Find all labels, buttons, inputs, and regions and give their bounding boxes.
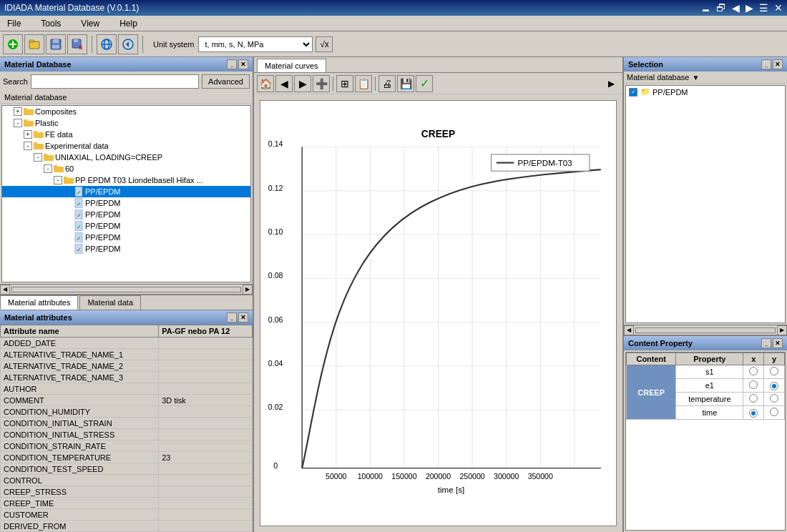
curves-expand-btn[interactable]: ▶: [602, 75, 620, 92]
new-button[interactable]: [3, 34, 23, 54]
radio-x-btn[interactable]: [749, 367, 758, 375]
sel-hscroll[interactable]: ◀ ▶: [624, 325, 787, 335]
matdb-close-btn[interactable]: ✕: [238, 59, 248, 69]
tree-row[interactable]: -PP EPDM T03 Liondelbasell Hifax ...: [2, 174, 250, 186]
attr-table-row[interactable]: CONDITION_STRAIN_RATE: [1, 440, 253, 452]
web-button[interactable]: [97, 34, 117, 54]
tree-row[interactable]: ✓PP/EPDM: [2, 186, 250, 197]
radio-y-btn[interactable]: [770, 394, 778, 403]
radio-y-btn[interactable]: [770, 408, 778, 416]
attr-table-row[interactable]: CREEP_TIME: [1, 498, 253, 509]
tree-row[interactable]: -UNIAXIAL, LOADING=CREEP: [2, 152, 250, 163]
content-close-btn[interactable]: ✕: [773, 338, 783, 348]
copy-btn[interactable]: 📋: [355, 75, 372, 92]
tree-expand-btn[interactable]: -: [34, 153, 42, 162]
radio-x-btn[interactable]: [749, 394, 758, 403]
attr-table-row[interactable]: COMMENT3D tisk: [1, 395, 253, 406]
selection-close-btn[interactable]: ✕: [773, 59, 783, 69]
content-minimize-btn[interactable]: _: [761, 338, 771, 348]
attr-table-row[interactable]: CONDITION_INITIAL_STRESS: [1, 429, 253, 440]
scroll-left-btn[interactable]: ◀: [0, 285, 10, 295]
tree-expand-btn[interactable]: +: [24, 130, 32, 139]
selection-tree[interactable]: ✓ 📁 PP/EPDM: [625, 85, 786, 323]
tab-material-data[interactable]: Material data: [79, 295, 141, 310]
attr-table-row[interactable]: CONDITION_HUMIDITY: [1, 406, 253, 418]
hscroll[interactable]: ◀ ▶: [0, 284, 253, 294]
tree-expand-btn[interactable]: -: [14, 119, 22, 127]
dropdown-arrow-icon[interactable]: ▼: [692, 74, 699, 82]
save-button[interactable]: [46, 34, 66, 54]
tab-material-attributes[interactable]: Material attributes: [0, 295, 78, 310]
attr-table-row[interactable]: ADDED_DATE: [1, 338, 253, 349]
content-table-wrapper[interactable]: Content Property x y CREEPs1e1temperatur…: [625, 352, 786, 531]
tree-row[interactable]: ✓PP/EPDM: [2, 232, 250, 243]
curves-tab-material-curves[interactable]: Material curves: [257, 59, 326, 72]
sel-scroll-track[interactable]: [635, 327, 776, 333]
menu-tools[interactable]: Tools: [36, 17, 65, 30]
content-y-cell[interactable]: [764, 379, 785, 393]
content-x-cell[interactable]: [743, 406, 764, 420]
menu-help[interactable]: Help: [115, 17, 142, 30]
attr-table-row[interactable]: ALTERNATIVE_TRADE_NAME_1: [1, 349, 253, 360]
tree-row[interactable]: -60: [2, 163, 250, 174]
menu-view[interactable]: View: [77, 17, 104, 30]
content-x-cell[interactable]: [743, 379, 764, 393]
attr-table-row[interactable]: ALTERNATIVE_TRADE_NAME_3: [1, 372, 253, 383]
sel-scroll-right[interactable]: ▶: [777, 325, 787, 335]
radio-y-btn[interactable]: [770, 367, 778, 375]
tree-expand-btn[interactable]: -: [44, 164, 52, 173]
tree-row[interactable]: ✓PP/EPDM: [2, 209, 250, 220]
scroll-track[interactable]: [11, 287, 241, 292]
check-btn[interactable]: ✓: [416, 75, 433, 92]
radio-y-btn[interactable]: [770, 382, 778, 390]
content-x-cell[interactable]: [743, 393, 764, 406]
tree-expand-btn[interactable]: +: [14, 107, 22, 116]
back-btn[interactable]: ◀: [275, 75, 293, 92]
back-button[interactable]: [118, 34, 138, 54]
print-btn[interactable]: 🖨: [378, 75, 396, 92]
scroll-right-btn[interactable]: ▶: [243, 285, 253, 295]
tree-expand-btn[interactable]: -: [54, 176, 62, 184]
sel-scroll-left[interactable]: ◀: [624, 325, 634, 335]
content-x-cell[interactable]: [743, 365, 764, 379]
content-y-cell[interactable]: [764, 393, 785, 406]
radio-x-btn[interactable]: [749, 409, 758, 418]
matattr-close-btn[interactable]: ✕: [238, 312, 248, 322]
grid-btn[interactable]: ⊞: [336, 75, 353, 92]
tree-container[interactable]: +Composites-Plastic+FE data-Experimental…: [1, 105, 251, 282]
attr-table-row[interactable]: CONDITION_TEST_SPEED: [1, 463, 253, 475]
attr-table-wrapper[interactable]: Attribute name PA-GF nebo PA 12 ADDED_DA…: [0, 325, 253, 532]
attr-table-row[interactable]: CUSTOMER: [1, 509, 253, 521]
open-button[interactable]: [24, 34, 44, 54]
matattr-minimize-btn[interactable]: _: [227, 312, 237, 322]
tree-row[interactable]: +FE data: [2, 129, 250, 140]
tree-row[interactable]: +Composites: [2, 106, 250, 117]
search-input[interactable]: [31, 74, 199, 89]
radio-x-btn[interactable]: [749, 380, 758, 389]
tree-expand-btn[interactable]: -: [24, 142, 32, 150]
unit-system-combo[interactable]: t, mm, s, N, MPa: [198, 36, 313, 52]
tree-row[interactable]: ✓PP/EPDM: [2, 197, 250, 209]
sel-row-ppepdm[interactable]: ✓ 📁 PP/EPDM: [626, 86, 785, 98]
attr-table-row[interactable]: AUTHOR: [1, 383, 253, 395]
menu-file[interactable]: File: [3, 17, 25, 30]
content-y-cell[interactable]: [764, 406, 785, 420]
save-chart-btn[interactable]: 💾: [397, 75, 414, 92]
tree-row[interactable]: ✓PP/EPDM: [2, 243, 250, 255]
home-btn[interactable]: 🏠: [257, 75, 274, 92]
attr-table-row[interactable]: CREEP_STRESS: [1, 486, 253, 498]
advanced-button[interactable]: Advanced: [202, 74, 250, 89]
sel-checkbox-ppepdm[interactable]: ✓: [629, 88, 637, 97]
titlebar-close-icon[interactable]: ✕: [774, 2, 783, 14]
tree-row[interactable]: -Plastic: [2, 117, 250, 129]
attr-table-row[interactable]: DERIVED_FROM: [1, 521, 253, 532]
save-as-button[interactable]: S: [67, 34, 87, 54]
forward-btn[interactable]: ▶: [294, 75, 311, 92]
matdb-minimize-btn[interactable]: _: [227, 59, 237, 69]
sqrt-button[interactable]: √x: [316, 36, 333, 52]
content-y-cell[interactable]: [764, 365, 785, 379]
add-btn[interactable]: ➕: [313, 75, 330, 92]
attr-table-row[interactable]: CONTROL: [1, 475, 253, 486]
attr-table-row[interactable]: CONDITION_INITIAL_STRAIN: [1, 418, 253, 429]
tree-row[interactable]: ✓PP/EPDM: [2, 220, 250, 232]
